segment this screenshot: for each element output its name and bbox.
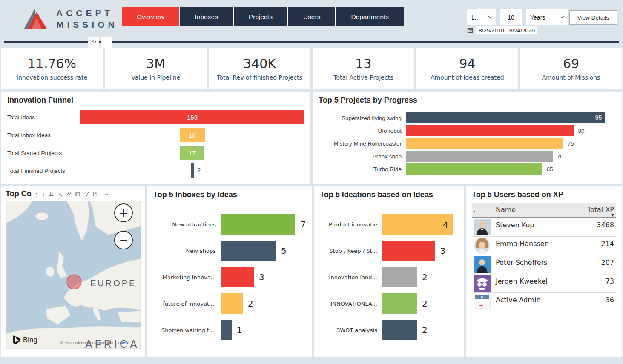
funnel-bar-finished-projects[interactable]: [191, 163, 194, 178]
col-avatar-header[interactable]: .: [474, 206, 496, 216]
map-zoom-out-button[interactable]: −: [114, 231, 133, 249]
table-row[interactable]: Emma Hanssen 214: [472, 237, 616, 255]
kpi-label: Amount of Missions: [542, 74, 600, 81]
bar-innovationlab[interactable]: [382, 293, 417, 314]
category-label: future of innovati...: [153, 301, 221, 307]
user-name: Active Admin: [496, 294, 578, 304]
next-level-icon[interactable]: [57, 191, 63, 197]
category-label: Mistery Mine Rollercoaster: [319, 140, 406, 147]
bar-new-attractions[interactable]: [221, 214, 295, 235]
funnel-bar-inbox-ideas[interactable]: 18: [180, 128, 205, 142]
map-zoom-in-button[interactable]: +: [114, 203, 133, 222]
bar-new-shops[interactable]: [221, 241, 276, 261]
table-row[interactable]: Steven Kop 3468: [472, 218, 616, 237]
kpi-value: 69: [563, 56, 579, 71]
copy-icon[interactable]: [75, 191, 80, 197]
panel-title: Top 5 Ideations based on Ideas: [320, 190, 458, 199]
map-region-label: EUROPE: [90, 278, 136, 288]
funnel-bar-started-projects[interactable]: 17: [180, 146, 204, 160]
terms-link[interactable]: Terms: [118, 341, 129, 345]
kpi-label: Total Active Projects: [333, 74, 393, 81]
ideations-bar-chart: Product innovatie 4 Stop / Keep / St... …: [320, 211, 458, 343]
inboxes-bar-chart: New attractions 7 New shops 5 Marketing …: [153, 211, 306, 343]
table-row[interactable]: Peter Scheffers 207: [472, 255, 616, 274]
category-label: Product innovatie: [320, 221, 382, 228]
visual-toolbar: ↑ ↓ ⇊ ⋯: [35, 190, 109, 198]
kpi-value: 13: [355, 56, 371, 71]
category-label: Total Started Projects: [7, 150, 80, 156]
user-name: Steven Kop: [496, 219, 578, 229]
value-label: 75: [568, 140, 574, 147]
bar-swot-analysis[interactable]: [382, 320, 417, 340]
bing-map[interactable]: EUROPE AFRICA Bing © 2020 Microsoft Corp…: [6, 201, 141, 349]
map-panel-header: Top Co ↑ ↓ ⇊ ⋯: [6, 189, 141, 198]
more-options-icon[interactable]: ⋯: [102, 190, 108, 198]
users-table: . Name Total XP ▼ Steven Kop 3468 Emma H…: [472, 203, 616, 311]
expand-all-icon[interactable]: ⇊: [49, 190, 54, 198]
category-label: New shops: [153, 248, 221, 254]
bar-prank-shop[interactable]: [406, 151, 553, 162]
ideas-location-bubble[interactable]: [67, 275, 81, 289]
panel-title: Top 5 Users based on XP: [472, 190, 616, 199]
date-range-value[interactable]: 8/25/2010 - 8/24/2020: [476, 26, 537, 34]
avatar-emma-hanssen: [474, 238, 491, 254]
category-label: Innovation land...: [320, 274, 382, 281]
bar-row: Product innovatie 4: [320, 211, 458, 238]
focus-mode-icon[interactable]: [93, 191, 98, 197]
range-type-dropdown[interactable]: L..: [467, 9, 496, 25]
bar-ufo-robot[interactable]: [406, 125, 574, 136]
table-row[interactable]: Jeroen Kweekel 73: [472, 274, 616, 293]
funnel-row: Total Finished Projects 2: [7, 162, 304, 180]
bar-product-innovatie[interactable]: 4: [382, 214, 453, 235]
funnel-chart: Total Ideas 159 Total Inbox Ideas 18 Tot…: [7, 108, 304, 180]
kpi-label: Amount of Ideas created: [431, 74, 504, 81]
bar-row: Shorten waiting ti... 1: [153, 317, 306, 343]
kpi-label: Total Rev of finished Projects: [217, 74, 302, 81]
kpi-amount-of-missions: 69 Amount of Missions: [520, 48, 622, 89]
drill-down-icon[interactable]: ↓: [42, 190, 45, 198]
pin-icon[interactable]: [88, 37, 99, 48]
tab-users[interactable]: Users: [287, 7, 335, 26]
tab-overview[interactable]: Overview: [122, 7, 179, 26]
top-countries-map-panel: Top Co ↑ ↓ ⇊ ⋯: [1, 186, 145, 357]
bar-row: SWOT analysis 2: [320, 317, 458, 343]
range-value-input[interactable]: 10: [500, 9, 522, 25]
bar-future-of-innovation[interactable]: [221, 293, 243, 314]
drill-up-icon[interactable]: ↑: [35, 190, 39, 198]
pin-icon[interactable]: [66, 191, 72, 197]
col-name-header[interactable]: Name: [496, 206, 578, 216]
bar-supersized-flying-swing[interactable]: 95: [406, 112, 605, 123]
category-label: Total Finished Projects: [7, 168, 80, 174]
bar-innovation-land[interactable]: [382, 267, 417, 287]
bar-stop-keep-start[interactable]: [382, 241, 435, 261]
tab-inboxes[interactable]: Inboxes: [179, 7, 233, 26]
bar-turbo-ride[interactable]: [406, 163, 542, 175]
table-row[interactable]: Active Admin 36: [472, 293, 616, 311]
view-details-button[interactable]: View Details: [569, 10, 617, 25]
col-xp-header[interactable]: Total XP ▼: [578, 206, 614, 216]
range-unit-value: Years: [530, 14, 545, 21]
kpi-value: 11.76%: [28, 56, 76, 71]
kpi-value: 94: [459, 56, 475, 71]
caret-icon: [488, 16, 491, 18]
bar-shorten-waiting-time[interactable]: [221, 320, 232, 340]
bar-mistery-mine-rollercoaster[interactable]: [406, 138, 563, 149]
range-type-value: L..: [471, 14, 478, 21]
bar-row: Supersized flying swing 95: [319, 112, 616, 124]
range-unit-dropdown[interactable]: Years: [526, 9, 568, 25]
tab-departments[interactable]: Departments: [335, 7, 404, 26]
category-label: New attractions: [153, 221, 221, 228]
category-label: Ufo robot: [319, 128, 406, 134]
range-value: 10: [508, 14, 514, 21]
more-options-icon[interactable]: ⋯: [101, 37, 112, 48]
filter-icon[interactable]: [84, 191, 89, 197]
user-name: Peter Scheffers: [496, 256, 578, 267]
bar-marketing-innovation[interactable]: [221, 267, 254, 287]
value-label: 7: [300, 219, 306, 229]
category-label: INNOVATIONLA...: [320, 301, 382, 307]
bar-row: Stop / Keep / St... 3: [320, 238, 458, 264]
funnel-bar-total-ideas[interactable]: 159: [80, 110, 304, 124]
bar-row: Ufo robot 80: [319, 124, 616, 137]
tab-projects[interactable]: Projects: [233, 7, 287, 26]
logo-mark-icon: [22, 8, 49, 30]
